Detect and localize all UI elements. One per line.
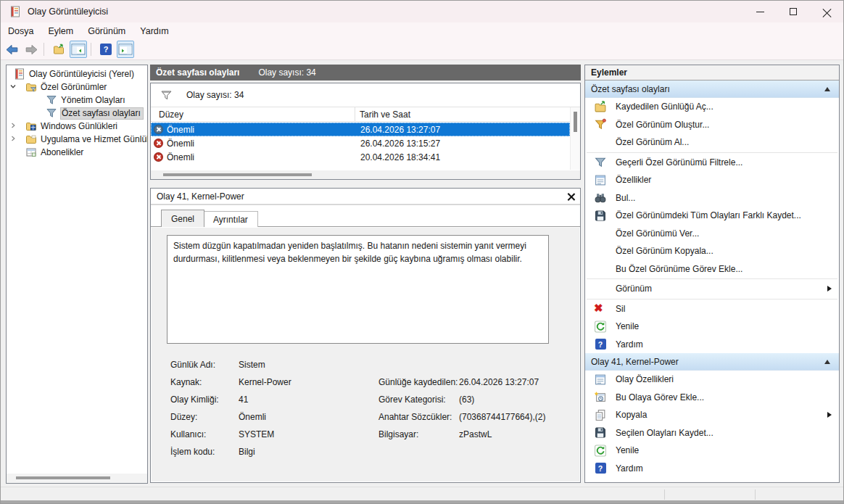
action-view-submenu[interactable]: Görünüm bbox=[585, 280, 839, 298]
detail-header: Olay 41, Kernel-Power bbox=[151, 189, 580, 205]
field-value: Bilgi bbox=[239, 447, 378, 457]
chevron-right-icon[interactable] bbox=[9, 122, 17, 129]
action-event-properties[interactable]: Olay Özellikleri bbox=[585, 371, 839, 389]
field-label: Görev Kategorisi: bbox=[378, 394, 459, 405]
tree-item-label: Olay Görüntüleyicisi (Yerel) bbox=[28, 68, 136, 80]
action-create-custom-view[interactable]: Özel Görünüm Oluştur... bbox=[585, 116, 839, 134]
menu-dosya[interactable]: Dosya bbox=[1, 22, 41, 39]
events-horizontal-scrollbar[interactable] bbox=[151, 170, 580, 179]
field-label: Bilgisayar: bbox=[378, 429, 459, 439]
column-header-tarih[interactable]: Tarih ve Saat bbox=[355, 107, 580, 121]
tree-item-ozel-gorunumler[interactable]: Özel Görünümler bbox=[7, 80, 147, 94]
menu-yardim[interactable]: Yardım bbox=[133, 22, 175, 39]
tab-genel[interactable]: Genel bbox=[161, 210, 204, 227]
action-copy-custom-view[interactable]: Özel Görünüm Kopyala... bbox=[585, 242, 839, 260]
action-attach-task-to-view[interactable]: Bu Özel Görünüme Görev Ekle... bbox=[585, 260, 839, 278]
tree-item-uygulama-hizmet[interactable]: Uygulama ve Hizmet Günlük bbox=[7, 133, 147, 146]
collapse-arrow-icon[interactable] bbox=[824, 87, 830, 91]
event-datetime: 20.04.2026 18:34:41 bbox=[355, 152, 440, 162]
event-row-selected[interactable]: Önemli 26.04.2026 13:27:07 bbox=[151, 123, 570, 136]
back-button[interactable] bbox=[3, 41, 20, 58]
forward-button[interactable] bbox=[22, 41, 40, 58]
scrollbar-thumb[interactable] bbox=[574, 112, 577, 132]
event-datetime: 26.04.2026 13:27:07 bbox=[355, 125, 440, 135]
maximize-button[interactable] bbox=[777, 1, 810, 22]
help-icon: ? bbox=[595, 463, 606, 474]
field-value: (63) bbox=[459, 394, 579, 405]
tree-item-abonelikler[interactable]: Abonelikler bbox=[7, 146, 147, 159]
event-description[interactable]: Sistem düzgün kapatılmadan yeniden başla… bbox=[167, 235, 549, 344]
task-icon bbox=[594, 391, 607, 403]
events-vertical-scrollbar[interactable] bbox=[570, 107, 580, 170]
column-header-duzey[interactable]: Düzey bbox=[151, 107, 355, 121]
tree-item-root[interactable]: Olay Görüntüleyicisi (Yerel) bbox=[7, 67, 147, 80]
action-refresh[interactable]: Yenile bbox=[585, 318, 839, 336]
event-row[interactable]: Önemli 26.04.2026 13:15:27 bbox=[151, 136, 570, 150]
field-value: zPastwL bbox=[459, 429, 579, 439]
scrollbar-thumb[interactable] bbox=[16, 476, 110, 479]
menu-bar: Dosya Eylem Görünüm Yardım bbox=[1, 22, 843, 39]
field-label: Anahtar Sözcükler: bbox=[378, 412, 459, 422]
action-open-saved-log[interactable]: Kaydedilen Günlüğü Aç... bbox=[585, 98, 839, 116]
windows-logs-folder-icon bbox=[25, 120, 37, 132]
help-icon: ? bbox=[100, 44, 112, 55]
action-delete[interactable]: ✖ Sil bbox=[585, 300, 839, 318]
field-value: Önemli bbox=[239, 412, 378, 422]
binoculars-icon bbox=[594, 191, 607, 204]
save-icon bbox=[594, 426, 607, 439]
chevron-right-icon[interactable] bbox=[9, 135, 17, 142]
no-icon bbox=[594, 283, 607, 295]
result-pane-header: Özet sayfası olayları Olay sayısı: 34 bbox=[150, 65, 581, 80]
toggle-action-pane-button[interactable] bbox=[117, 41, 134, 58]
action-save-all-events-as[interactable]: Özel Görünümdeki Tüm Olayları Farklı Kay… bbox=[585, 207, 839, 225]
tree-item-windows-gunlukleri[interactable]: Windows Günlükleri bbox=[7, 120, 147, 133]
help-button[interactable]: ? bbox=[97, 41, 115, 58]
action-save-selected-events[interactable]: Seçilen Olayları Kaydet... bbox=[585, 424, 839, 442]
action-copy[interactable]: Kopyala bbox=[585, 406, 839, 424]
save-icon bbox=[594, 210, 607, 222]
action-help[interactable]: ? Yardım bbox=[585, 336, 839, 354]
minimize-button[interactable] bbox=[743, 1, 777, 22]
chevron-down-icon[interactable] bbox=[9, 83, 17, 90]
tree-item-yonetim-olaylari[interactable]: Yönetim Olayları bbox=[7, 94, 147, 107]
collapse-arrow-icon[interactable] bbox=[824, 360, 830, 364]
action-properties[interactable]: Özellikler bbox=[585, 171, 839, 189]
detail-close-button[interactable] bbox=[563, 189, 580, 204]
tree-horizontal-scrollbar[interactable] bbox=[7, 474, 147, 483]
open-saved-log-button[interactable] bbox=[50, 41, 67, 58]
action-export-custom-view[interactable]: Özel Görünümü Ver... bbox=[585, 225, 839, 243]
action-refresh-event[interactable]: Yenile bbox=[585, 442, 839, 460]
action-attach-task-to-event[interactable]: Bu Olaya Görev Ekle... bbox=[585, 389, 839, 407]
actions-separator bbox=[587, 278, 837, 279]
refresh-icon bbox=[594, 321, 607, 333]
actions-section-header-event[interactable]: Olay 41, Kernel-Power bbox=[585, 353, 839, 371]
console-tree-panel: Olay Görüntüleyicisi (Yerel) Özel Görünü… bbox=[6, 65, 148, 484]
status-divider bbox=[755, 489, 756, 500]
title-bar: Olay Görüntüleyicisi bbox=[1, 1, 843, 22]
close-button[interactable] bbox=[810, 1, 843, 22]
menu-gorunum[interactable]: Görünüm bbox=[80, 22, 133, 39]
action-help-event[interactable]: ? Yardım bbox=[585, 460, 839, 478]
detail-title: Olay 41, Kernel-Power bbox=[157, 191, 563, 202]
action-find[interactable]: Bul... bbox=[585, 189, 839, 207]
tree-item-ozet-sayfasi-olaylari[interactable]: Özet sayfası olayları bbox=[7, 107, 147, 120]
tree-item-label: Uygulama ve Hizmet Günlük bbox=[40, 133, 148, 146]
tab-ayrintilar[interactable]: Ayrıntılar bbox=[203, 211, 258, 227]
action-filter-current-view[interactable]: Geçerli Özel Görünümü Filtrele... bbox=[585, 154, 839, 172]
properties-icon bbox=[594, 373, 607, 386]
toggle-console-tree-button[interactable] bbox=[70, 41, 87, 58]
event-fields: Günlük Adı: Sistem Kaynak: Kernel-Power … bbox=[170, 356, 579, 460]
actions-section-header-summary[interactable]: Özet sayfası olayları bbox=[585, 80, 839, 98]
detail-tabs: Genel Ayrıntılar bbox=[151, 205, 580, 227]
event-row[interactable]: Önemli 20.04.2026 18:34:41 bbox=[151, 150, 570, 163]
forward-arrow-icon bbox=[25, 44, 38, 55]
custom-views-folder-icon bbox=[25, 81, 37, 93]
field-value: Kernel-Power bbox=[239, 377, 378, 387]
scrollbar-thumb[interactable] bbox=[163, 173, 312, 176]
filter-icon bbox=[46, 107, 57, 119]
help-icon: ? bbox=[595, 339, 606, 350]
field-label: Olay Kimliği: bbox=[170, 394, 239, 405]
action-import-custom-view[interactable]: Özel Görünüm Al... bbox=[585, 133, 839, 152]
menu-eylem[interactable]: Eylem bbox=[41, 22, 80, 39]
maximize-icon bbox=[790, 8, 797, 15]
